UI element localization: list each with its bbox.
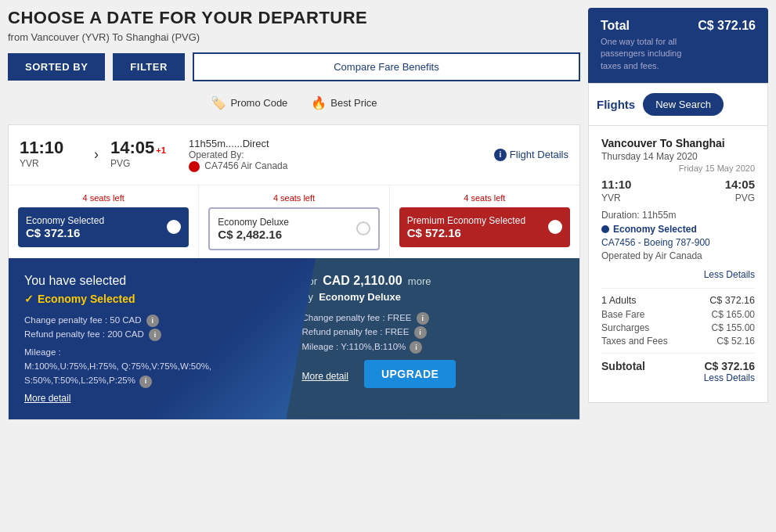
divider-1 xyxy=(601,288,755,289)
fare-economy: 4 seats left Economy Selected C$ 372.16 xyxy=(9,185,199,258)
mileage2-info-icon: i xyxy=(410,341,422,354)
flights-tab[interactable]: Flights xyxy=(597,98,635,111)
main-content: CHOOSE A DATE FOR YOUR DEPARTURE from Va… xyxy=(8,8,580,524)
economy-badge: Economy Selected xyxy=(601,224,755,235)
change-info-icon: i xyxy=(146,315,159,327)
route-times: 11:10 14:05 xyxy=(601,178,755,191)
economy-radio[interactable] xyxy=(167,220,181,234)
more-detail-2-link[interactable]: More detail xyxy=(302,371,348,382)
total-amount: C$ 372.16 xyxy=(698,19,756,33)
change-penalty-text: Change penalty fee : 50 CAD i xyxy=(24,313,287,327)
depart-iata: YVR xyxy=(20,158,82,169)
deluxe-fare-box[interactable]: Economy Deluxe C$ 2,482.16 xyxy=(208,207,379,250)
more-detail-link[interactable]: More detail xyxy=(24,393,287,404)
change-penalty-2-text: Change penalty fee : FREE i xyxy=(302,311,565,325)
mileage-2-text: Mileage : Y:110%,B:110% i xyxy=(302,340,565,354)
detail-left: You have selected ✓ Economy Selected Cha… xyxy=(9,258,302,419)
economy-selected-badge: ✓ Economy Selected xyxy=(24,293,287,305)
deluxe-fare-info: Economy Deluxe C$ 2,482.16 xyxy=(218,217,289,241)
change2-info-icon: i xyxy=(417,312,429,325)
sidebar: Total One way total for all passengers i… xyxy=(588,8,768,524)
arrival-block: 14:05 +1 PVG xyxy=(110,138,173,172)
arrive-time: 14:05 +1 xyxy=(110,138,173,158)
airline-logo-icon xyxy=(189,161,200,172)
premium-fare-info: Premium Economy Selected C$ 572.16 xyxy=(407,215,525,239)
total-desc: One way total for all passengers includi… xyxy=(601,36,698,72)
base-fare-price: C$ 165.00 xyxy=(712,309,755,320)
deluxe-label: Economy Deluxe xyxy=(218,217,289,228)
operated-by-label: Operated By: xyxy=(189,149,486,160)
page-subtitle: from Vancouver (YVR) To Shanghai (PVG) xyxy=(8,31,580,43)
base-fare-label: Base Fare xyxy=(601,309,644,320)
compare-fare-button[interactable]: Compare Fare Benefits xyxy=(193,52,580,81)
promo-bar: 🏷️ Promo Code 🔥 Best Price xyxy=(8,89,580,117)
taxes-label: Taxes and Fees xyxy=(601,336,668,347)
fare-options: 4 seats left Economy Selected C$ 372.16 … xyxy=(9,185,579,258)
economy-radio-inner xyxy=(171,224,177,230)
refund-info-icon: i xyxy=(149,329,161,341)
deluxe-radio[interactable] xyxy=(356,221,370,235)
sidebar-operated-by: Operated by Air Canada xyxy=(601,250,755,261)
premium-label: Premium Economy Selected xyxy=(407,215,525,226)
toolbar: SORTED BY FILTER Compare Fare Benefits xyxy=(8,52,580,81)
surcharges-row: Surcharges C$ 155.00 xyxy=(601,322,755,333)
economy-fare-box[interactable]: Economy Selected C$ 372.16 xyxy=(18,207,189,247)
new-search-button[interactable]: New Search xyxy=(643,93,724,116)
promo-icon: 🏷️ xyxy=(211,95,226,110)
refund2-info-icon: i xyxy=(414,326,427,339)
fare-premium: 4 seats left Premium Economy Selected C$… xyxy=(390,185,579,258)
departure-block: 11:10 YVR xyxy=(20,138,82,172)
adults-price: C$ 372.16 xyxy=(709,295,755,306)
subtotal-row: Subtotal C$ 372.16 xyxy=(601,360,755,372)
page-title: CHOOSE A DATE FOR YOUR DEPARTURE xyxy=(8,8,580,28)
upgrade-button[interactable]: UPGRADE xyxy=(364,360,457,388)
deluxe-price: C$ 2,482.16 xyxy=(218,228,289,241)
subtotal-label: Subtotal xyxy=(601,360,645,372)
taxes-row: Taxes and Fees C$ 52.16 xyxy=(601,336,755,347)
taxes-price: C$ 52.16 xyxy=(716,336,755,347)
sidebar-flight-code: CA7456 - Boeing 787-900 xyxy=(601,237,755,248)
subtotal-price: C$ 372.16 xyxy=(704,360,755,372)
flight-card: 11:10 YVR › 14:05 +1 PVG 11h55m......Dir… xyxy=(8,124,580,420)
divider-2 xyxy=(601,353,755,354)
adults-label: 1 Adults xyxy=(601,295,636,306)
refund-penalty-text: Refund penalty fee : 200 CAD i xyxy=(24,327,287,341)
less-details-link-2[interactable]: Less Details xyxy=(601,372,755,383)
route-iatas: YVR PVG xyxy=(601,192,755,203)
best-price-icon: 🔥 xyxy=(311,95,327,110)
sidebar-depart-iata: YVR xyxy=(601,192,621,203)
sidebar-total: Total One way total for all passengers i… xyxy=(588,8,768,83)
refund-penalty-2-text: Refund penalty fee : FREE i xyxy=(302,325,565,339)
promo-code-item[interactable]: 🏷️ Promo Code xyxy=(211,95,287,110)
surcharges-label: Surcharges xyxy=(601,322,649,333)
best-price-label: Best Price xyxy=(330,97,377,109)
fare-deluxe: 4 seats left Economy Deluxe C$ 2,482.16 xyxy=(199,185,389,258)
sorted-by-button[interactable]: SORTED BY xyxy=(8,53,105,81)
less-details-link-1[interactable]: Less Details xyxy=(601,269,755,280)
you-selected-text: You have selected xyxy=(24,274,287,288)
flight-arrow-icon: › xyxy=(90,146,103,163)
flight-details-block: i Flight Details xyxy=(494,138,568,172)
sidebar-total-left: Total One way total for all passengers i… xyxy=(601,19,698,72)
economy-seats-left: 4 seats left xyxy=(18,193,189,203)
for-more-text: For CAD 2,110.00 more xyxy=(302,274,565,288)
economy-price: C$ 372.16 xyxy=(26,226,104,239)
route-date: Thursday 14 May 2020 xyxy=(601,151,755,162)
flight-details-link[interactable]: i Flight Details xyxy=(494,149,568,161)
premium-seats-left: 4 seats left xyxy=(399,193,570,203)
total-label: Total xyxy=(601,19,698,33)
sidebar-arrive-iata: PVG xyxy=(735,192,755,203)
info-icon: i xyxy=(494,149,507,161)
checkmark-icon: ✓ xyxy=(24,293,34,305)
flight-code: CA7456 Air Canada xyxy=(189,160,486,172)
premium-fare-box[interactable]: Premium Economy Selected C$ 572.16 xyxy=(399,207,570,247)
filter-button[interactable]: FILTER xyxy=(113,53,185,81)
economy-label: Economy Selected xyxy=(26,215,104,226)
premium-radio[interactable] xyxy=(548,220,562,234)
depart-time: 11:10 xyxy=(20,138,82,158)
duration-block: 11h55m......Direct Operated By: CA7456 A… xyxy=(181,138,486,172)
route-title: Vancouver To Shanghai xyxy=(601,137,755,149)
detail-right: For CAD 2,110.00 more try Economy Deluxe… xyxy=(287,258,580,419)
best-price-item[interactable]: 🔥 Best Price xyxy=(311,95,377,110)
arrive-sup: +1 xyxy=(156,146,166,155)
